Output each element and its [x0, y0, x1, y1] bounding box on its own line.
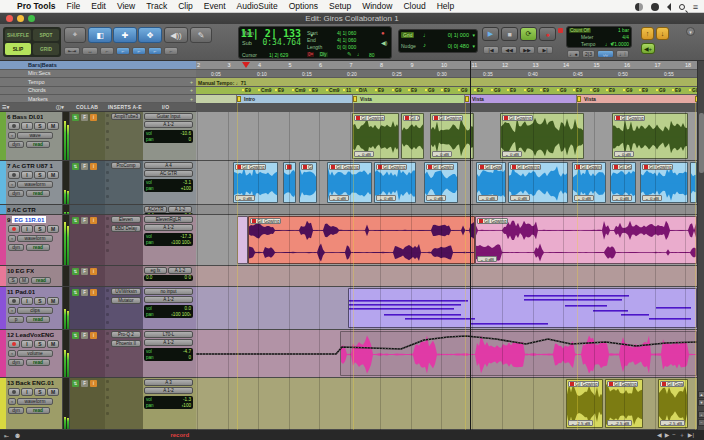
audio-clip[interactable]: Gil Gowing⌄ -2.5 dB: [658, 379, 688, 428]
automation-mode-button[interactable]: read: [26, 407, 50, 414]
clip-gain-badge[interactable]: ⌄ 0 dB: [432, 151, 452, 157]
mode-shuffle[interactable]: SHUFFLE: [5, 29, 31, 41]
audio-clip[interactable]: Gil Gowing⌄ 0 dB: [327, 162, 372, 203]
view-mini-icon[interactable]: ▫: [8, 398, 16, 405]
vol-pan-display[interactable]: vol-3.1pan+100: [144, 179, 193, 192]
play-button[interactable]: ▶: [482, 27, 499, 41]
insert-slot-icon[interactable]: [106, 249, 109, 252]
view-mini-icon[interactable]: ▫: [8, 350, 16, 357]
zoom-out-icon[interactable]: −: [698, 419, 704, 426]
chord-label[interactable]: E9: [672, 88, 681, 93]
metronome-button[interactable]: ♩●: [567, 50, 580, 58]
zoom-preset-5[interactable]: ⌐: [164, 47, 178, 55]
insert-slot-icon[interactable]: [106, 233, 109, 236]
insert-slot-icon[interactable]: [106, 396, 109, 399]
insert-slot-icon[interactable]: [106, 130, 109, 133]
automation-mode-button[interactable]: read: [26, 190, 50, 197]
chord-label[interactable]: G9: [656, 88, 665, 93]
input-monitor-button[interactable]: I: [21, 122, 33, 130]
audio-clip[interactable]: Gil Gowing⌄ 0 dB: [233, 162, 278, 203]
chord-label[interactable]: G9: [623, 88, 632, 93]
vertical-scrollbar[interactable]: ▲ ▼ + −: [697, 61, 704, 430]
insert-slot-icon[interactable]: [106, 297, 109, 300]
chords-ruler[interactable]: E9Cm9E9Cm9E9Cm911D/AE9G9E9G9E9G9E9G9E9G9…: [196, 87, 697, 96]
chord-label[interactable]: E9: [375, 88, 384, 93]
chord-label[interactable]: E9: [507, 88, 516, 93]
end-value[interactable]: 4| 1| 060: [337, 37, 356, 43]
edit-row-bassdi01[interactable]: Gil Gowing⌄ 0 dBGil GowingGil Gowing⌄ 0 …: [196, 112, 697, 161]
input-path-button[interactable]: eg fx: [144, 267, 167, 274]
track-view-selector[interactable]: waveform: [17, 235, 53, 242]
clip-gain-badge[interactable]: ⌄ 0 dB: [502, 151, 522, 157]
insert-button[interactable]: Phoenix II: [111, 340, 141, 347]
count-off-value[interactable]: 1 bar: [618, 28, 629, 33]
selected-clip-region[interactable]: Gil Gowing: [248, 216, 475, 264]
chord-label[interactable]: E9: [275, 88, 284, 93]
record-arm-button[interactable]: [8, 225, 20, 233]
edit-row-acgtru871[interactable]: Gil Gowing⌄ 0 dBGil GowingGil GowingGil …: [196, 161, 697, 205]
record-arm-button[interactable]: [8, 122, 20, 130]
clip-label[interactable]: Gil Gowing: [403, 115, 420, 121]
output-path-button[interactable]: A 1-2: [144, 121, 193, 128]
collab-sync-icon[interactable]: ⇅: [72, 332, 79, 339]
menu-item-setup[interactable]: Setup: [329, 1, 351, 11]
length-value[interactable]: 0| 0| 000: [337, 44, 356, 50]
view-mini-icon[interactable]: ▫: [8, 132, 16, 139]
output-path-button[interactable]: A 1-2: [144, 296, 193, 303]
collab-info-icon[interactable]: i: [90, 332, 97, 339]
pencil-tool[interactable]: ✎: [190, 27, 212, 43]
chord-label[interactable]: Cm9: [326, 88, 339, 93]
insert-slot-icon[interactable]: [106, 195, 109, 198]
menu-item-audiosuite[interactable]: AudioSuite: [237, 1, 278, 11]
menu-item-edit[interactable]: Edit: [91, 1, 106, 11]
mute-button[interactable]: M: [47, 297, 59, 305]
mute-button[interactable]: M: [47, 340, 59, 348]
insert-slot-icon[interactable]: [106, 364, 109, 367]
insert-button[interactable]: UVIWrkstn: [111, 288, 141, 295]
edit-row-pad01[interactable]: [196, 287, 697, 330]
menu-item-window[interactable]: Window: [362, 1, 392, 11]
stop-button[interactable]: ■: [501, 27, 518, 41]
audio-clip[interactable]: Gil Gowing⌄ 0 dB: [352, 113, 399, 159]
clip-label[interactable]: Gil Gowing: [432, 115, 463, 121]
ruler-row-markers[interactable]: Markers+: [0, 95, 196, 103]
menu-item-view[interactable]: View: [117, 1, 135, 11]
hscroll-end-icon[interactable]: ▶|: [688, 431, 694, 440]
bars-ruler[interactable]: 23456789101112131415161718: [196, 61, 697, 70]
loop-playback-button[interactable]: ⟳: [520, 27, 537, 41]
meter-label[interactable]: Meter: [581, 35, 593, 40]
return-to-zero-button[interactable]: |◀: [483, 46, 499, 54]
collab-flag-icon[interactable]: F: [81, 268, 88, 275]
clip-label[interactable]: Gil Gowing: [354, 115, 385, 121]
delay-comp-indicator[interactable]: Dly: [319, 52, 328, 57]
marker-tab-icon[interactable]: [465, 96, 469, 102]
trim-tool[interactable]: ◧: [88, 27, 112, 43]
track-list-menu-icon[interactable]: ☰▾: [2, 104, 9, 110]
minimize-button[interactable]: [17, 15, 24, 22]
midi-merge-down-button[interactable]: ↓: [656, 27, 669, 40]
mute-button[interactable]: M: [47, 225, 59, 233]
output-path-button[interactable]: A 1-2: [168, 267, 192, 274]
audio-clip[interactable]: Gil Gowing: [299, 162, 317, 203]
collab-info-icon[interactable]: i: [90, 289, 97, 296]
zoom-preset-3[interactable]: ⌐: [132, 47, 146, 55]
volume-icon[interactable]: [667, 3, 671, 11]
chord-label[interactable]: Cm9: [258, 88, 271, 93]
zoom-in-icon[interactable]: +: [698, 411, 704, 418]
input-path-button[interactable]: A 3: [144, 379, 193, 386]
insert-button[interactable]: Pro-Q 2: [111, 331, 141, 338]
marker-segment[interactable]: [196, 95, 237, 103]
input-path-button[interactable]: ACGTR: [144, 206, 167, 213]
record-arm-button[interactable]: [8, 171, 20, 179]
clip-gain-badge[interactable]: ⌄ 0 dB: [426, 195, 446, 201]
collab-sync-icon[interactable]: ⇅: [72, 114, 79, 121]
add-tempo-icon[interactable]: +: [190, 79, 193, 85]
automation-mode-button[interactable]: read: [26, 141, 50, 148]
edit-row-leadvoxeng[interactable]: [196, 330, 697, 378]
mute-button[interactable]: M: [19, 277, 29, 284]
zoom-toggle-button[interactable]: ⇤⇥: [64, 47, 80, 55]
record-arm-button[interactable]: [8, 340, 20, 348]
track-name[interactable]: 10 EG FX: [7, 267, 34, 274]
solo-button[interactable]: S: [34, 122, 46, 130]
audio-clip[interactable]: Gil Gowing⌄ 0 dB: [476, 162, 506, 203]
